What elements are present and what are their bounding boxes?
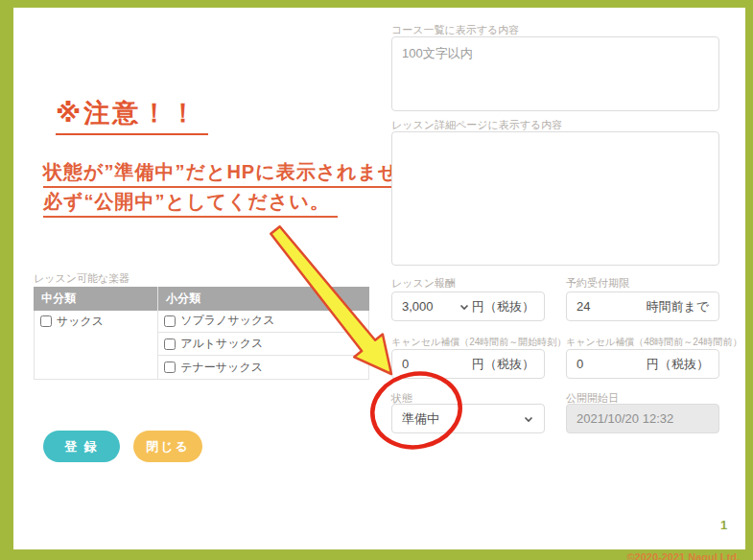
register-button[interactable]: 登 録 bbox=[43, 431, 120, 462]
sub-category-label: テナーサックス bbox=[180, 360, 263, 376]
booking-deadline-input[interactable]: 24 時間前まで bbox=[566, 292, 719, 321]
instruments-table: 中分類 小分類 サックス ソプラノサックス アルトサックス テナーサックス bbox=[34, 288, 369, 380]
reward-select[interactable]: 3,000 円（税抜） bbox=[391, 292, 545, 321]
cancel-comp-48-input[interactable]: 0 円（税抜） bbox=[566, 349, 719, 379]
table-row: テナーサックス bbox=[158, 356, 368, 379]
chevron-down-icon bbox=[459, 301, 470, 313]
cancel-comp-24-input[interactable]: 0 円（税抜） bbox=[391, 349, 545, 379]
lesson-detail-label: レッスン詳細ページに表示する内容 bbox=[391, 118, 562, 132]
sub-category-label: アルトサックス bbox=[180, 336, 263, 352]
chevron-down-icon bbox=[523, 413, 534, 425]
attention-heading: ※注意！！ bbox=[56, 96, 208, 135]
cancel-comp-24-suffix: 円（税抜） bbox=[472, 356, 534, 373]
close-button[interactable]: 閉じる bbox=[133, 431, 202, 462]
instruments-table-header: 中分類 小分類 bbox=[34, 287, 369, 311]
cancel-comp-48-value: 0 bbox=[577, 357, 583, 371]
checkbox-tenor-sax[interactable] bbox=[164, 362, 176, 373]
frame-border-right bbox=[745, 0, 753, 560]
instruments-label: レッスン可能な楽器 bbox=[34, 271, 129, 286]
table-row: ソプラノサックス bbox=[158, 310, 368, 333]
publish-start-value: 2021/10/20 12:32 bbox=[577, 411, 673, 426]
mid-category-header: 中分類 bbox=[34, 287, 158, 311]
frame-border-left bbox=[0, 0, 13, 560]
publish-start-input: 2021/10/20 12:32 bbox=[566, 404, 719, 433]
lesson-detail-textarea[interactable] bbox=[391, 131, 719, 266]
status-select[interactable]: 準備中 bbox=[391, 404, 545, 433]
checkbox-soprano-sax[interactable] bbox=[164, 315, 176, 327]
course-list-label: コース一覧に表示する内容 bbox=[391, 23, 519, 37]
page-number: 1 bbox=[720, 518, 727, 532]
mid-category-label: サックス bbox=[57, 314, 104, 330]
table-row: サックス bbox=[35, 310, 157, 333]
checkbox-sax[interactable] bbox=[40, 315, 52, 327]
sub-category-header: 小分類 bbox=[158, 287, 369, 311]
cancel-comp-24-value: 0 bbox=[402, 357, 409, 371]
status-value: 準備中 bbox=[402, 410, 439, 428]
copyright-text: ©2020-2021 Nagul Ltd. bbox=[626, 551, 740, 560]
booking-deadline-value: 24 bbox=[577, 299, 590, 314]
cancel-comp-24-label: キャンセル補償（24時間前～開始時刻） bbox=[391, 336, 566, 349]
reward-suffix: 円（税抜） bbox=[472, 298, 534, 315]
course-list-textarea[interactable] bbox=[391, 36, 719, 111]
cancel-comp-48-suffix: 円（税抜） bbox=[647, 356, 709, 373]
footer-bar: ©2020-2021 Nagul Ltd. bbox=[0, 549, 753, 560]
reward-label: レッスン報酬 bbox=[391, 276, 456, 291]
checkbox-alto-sax[interactable] bbox=[164, 338, 176, 350]
table-row: アルトサックス bbox=[158, 333, 368, 356]
cancel-comp-48-label: キャンセル補償（48時間前～24時間前） bbox=[566, 336, 741, 349]
frame-border-top bbox=[0, 0, 753, 8]
warning-line-2: 必ず“公開中”としてください。 bbox=[43, 189, 338, 218]
booking-deadline-label: 予約受付期限 bbox=[566, 276, 629, 291]
reward-value: 3,000 bbox=[402, 299, 434, 314]
warning-line-1: 状態が”準備中”だとHPに表示されません。 bbox=[43, 159, 447, 188]
booking-deadline-suffix: 時間前まで bbox=[646, 298, 709, 315]
sub-category-label: ソプラノサックス bbox=[180, 313, 274, 329]
